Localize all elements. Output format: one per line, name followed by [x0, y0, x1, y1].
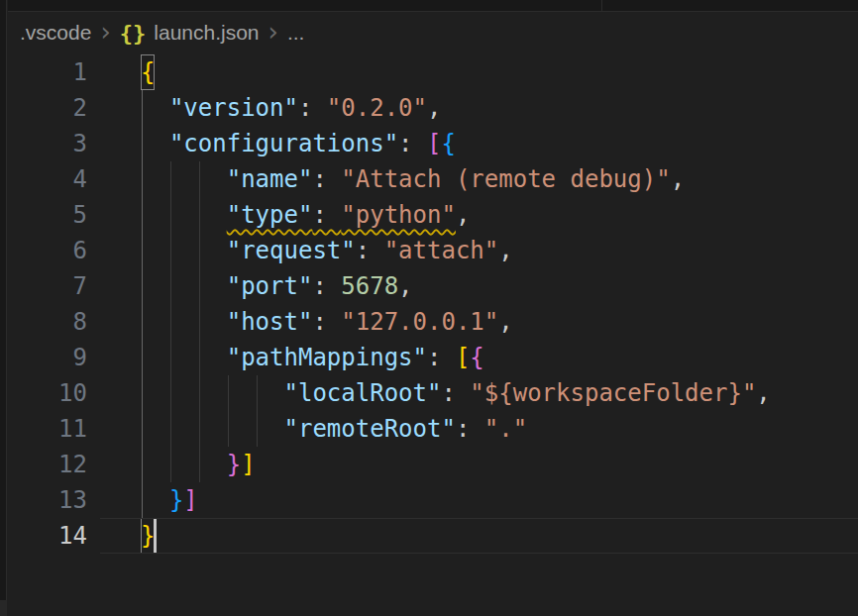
line-number[interactable]: 6	[8, 233, 87, 268]
code-token: "Attach (remote debug)"	[341, 165, 670, 193]
indent-guide	[228, 411, 229, 447]
indent-guide	[142, 304, 143, 340]
line-content[interactable]: "version": "0.2.0",	[141, 90, 858, 126]
line-content[interactable]: "port": 5678,	[141, 268, 858, 304]
code-line[interactable]: 14}	[8, 518, 858, 554]
code-line[interactable]: 3 "configurations": [{	[8, 126, 858, 161]
code-token: "port"	[227, 272, 313, 300]
code-line[interactable]: 1{	[8, 54, 858, 90]
code-token: ,	[427, 94, 441, 122]
indent-guide	[170, 161, 171, 197]
tab-separator	[601, 0, 602, 12]
indent-guide	[142, 375, 143, 411]
line-content[interactable]: "name": "Attach (remote debug)",	[141, 161, 858, 197]
line-number[interactable]: 4	[8, 161, 87, 197]
indent-guide	[228, 375, 229, 411]
code-token	[141, 237, 227, 264]
code-line[interactable]: 13 }]	[8, 482, 858, 518]
code-token	[141, 344, 227, 371]
code-line[interactable]: 4 "name": "Attach (remote debug)",	[8, 161, 858, 197]
code-line[interactable]: 11 "remoteRoot": "."	[8, 411, 858, 447]
indent-guide	[170, 411, 171, 447]
indent-guide	[199, 411, 200, 447]
line-content[interactable]: "configurations": [{	[141, 126, 858, 161]
code-line[interactable]: 12 }]	[8, 447, 858, 482]
line-content[interactable]: "remoteRoot": "."	[141, 411, 858, 447]
code-line[interactable]: 2 "version": "0.2.0",	[8, 90, 858, 126]
indent-guide	[170, 340, 171, 375]
line-number[interactable]: 11	[8, 411, 87, 447]
indent-guide	[170, 375, 171, 411]
breadcrumb-folder[interactable]: .vscode	[20, 21, 91, 45]
code-token: "host"	[227, 308, 313, 336]
code-line[interactable]: 9 "pathMappings": [{	[8, 340, 858, 375]
line-content[interactable]: "localRoot": "${workspaceFolder}",	[141, 375, 858, 411]
code-token: :	[427, 344, 456, 371]
line-number[interactable]: 14	[8, 518, 87, 554]
indent-guide	[142, 268, 143, 304]
line-content[interactable]: "host": "127.0.0.1",	[141, 304, 858, 340]
code-token: :	[312, 272, 341, 300]
code-token: "pathMappings"	[227, 344, 427, 371]
indent-guide	[142, 233, 143, 268]
code-token: "localRoot"	[284, 379, 442, 407]
code-token: "attach"	[384, 237, 499, 264]
sidebar-edge	[0, 0, 7, 616]
line-number[interactable]: 9	[8, 340, 87, 375]
indent-guide	[142, 161, 143, 197]
vscode-editor-window: .vscode › {} launch.json › ... 1{2 "vers…	[0, 0, 858, 616]
warning-squiggle: "type": "python"	[227, 201, 456, 229]
code-token: ,	[456, 201, 470, 229]
line-number[interactable]: 8	[8, 304, 87, 340]
indent-guide	[170, 447, 171, 482]
line-content[interactable]: }]	[141, 447, 858, 482]
breadcrumb-symbol[interactable]: ...	[287, 21, 305, 45]
line-content[interactable]: "type": "python",	[141, 197, 858, 233]
code-token: ,	[756, 379, 770, 407]
line-number[interactable]: 2	[8, 90, 87, 126]
code-token: :	[298, 94, 327, 122]
code-line[interactable]: 8 "host": "127.0.0.1",	[8, 304, 858, 340]
line-number[interactable]: 3	[8, 126, 87, 161]
line-number[interactable]: 7	[8, 268, 87, 304]
code-token: "configurations"	[169, 130, 398, 157]
indent-guide	[199, 375, 200, 411]
line-number[interactable]: 12	[8, 447, 87, 482]
code-token	[141, 308, 227, 336]
code-token: "request"	[227, 237, 356, 264]
line-number[interactable]: 1	[8, 54, 87, 90]
code-token: "python"	[341, 201, 456, 229]
code-line[interactable]: 6 "request": "attach",	[8, 233, 858, 268]
line-number[interactable]: 13	[8, 482, 87, 518]
matched-bracket: {	[141, 54, 155, 90]
code-token: :	[312, 308, 341, 336]
breadcrumb-file[interactable]: {} launch.json	[120, 21, 260, 46]
code-editor[interactable]: 1{2 "version": "0.2.0",3 "configurations…	[8, 54, 858, 554]
code-line[interactable]: 5 "type": "python",	[8, 197, 858, 233]
code-token: }	[227, 451, 241, 478]
line-content[interactable]: }]	[141, 482, 858, 518]
indent-guide	[199, 233, 200, 268]
code-token	[141, 130, 169, 157]
line-number[interactable]: 5	[8, 197, 87, 233]
code-token: "version"	[169, 94, 298, 122]
json-brackets-icon: {}	[120, 21, 147, 46]
line-content[interactable]: "request": "attach",	[141, 233, 858, 268]
code-token: "."	[484, 415, 527, 443]
indent-guide	[142, 447, 143, 482]
code-line[interactable]: 10 "localRoot": "${workspaceFolder}",	[8, 375, 858, 411]
line-content[interactable]: {	[141, 54, 858, 90]
code-token: :	[356, 237, 384, 264]
line-number[interactable]: 10	[8, 375, 87, 411]
indent-guide	[142, 126, 143, 161]
line-content[interactable]: }	[141, 518, 858, 554]
code-token: ,	[498, 237, 512, 264]
line-content[interactable]: "pathMappings": [{	[141, 340, 858, 375]
tab-bar-edge	[8, 0, 858, 12]
code-token: :	[441, 379, 470, 407]
code-token: ,	[398, 272, 412, 300]
code-token: "remoteRoot"	[284, 415, 456, 443]
code-line[interactable]: 7 "port": 5678,	[8, 268, 858, 304]
indent-guide	[170, 233, 171, 268]
code-token: ,	[498, 308, 512, 336]
